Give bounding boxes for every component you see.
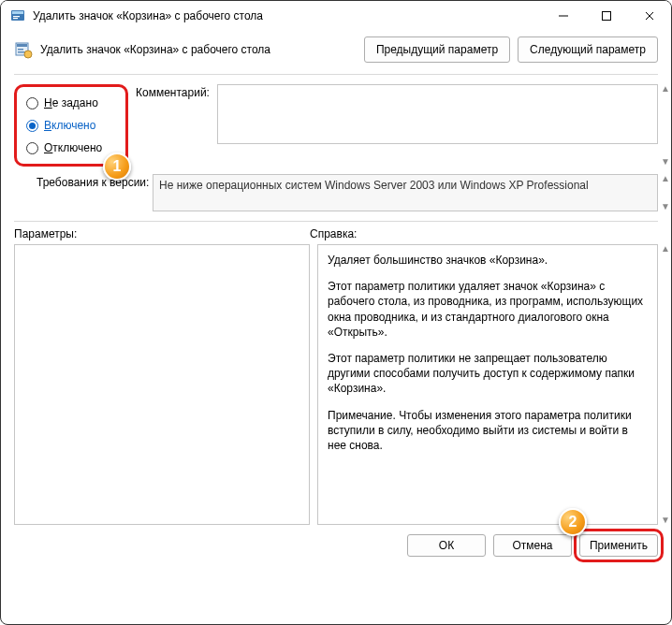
- help-text: Примечание. Чтобы изменения этого параме…: [328, 408, 648, 454]
- svg-point-10: [24, 51, 32, 58]
- comment-label: Комментарий:: [136, 84, 210, 167]
- divider: [14, 221, 658, 222]
- help-label: Справка:: [310, 225, 658, 240]
- scroll-down-icon: ▼: [660, 516, 671, 525]
- scroll-up-icon: ▲: [660, 84, 671, 94]
- svg-rect-7: [17, 44, 27, 47]
- window-title: Удалить значок «Корзина» с рабочего стол…: [33, 9, 542, 22]
- minimize-button[interactable]: [542, 1, 585, 31]
- radio-enabled[interactable]: Включено: [26, 119, 110, 132]
- previous-setting-button[interactable]: Предыдущий параметр: [364, 36, 510, 63]
- supported-on-box: Не ниже операционных систем Windows Serv…: [153, 174, 658, 211]
- svg-rect-1: [12, 11, 23, 14]
- window-controls: [542, 1, 671, 31]
- dialog-footer: ОК Отмена Применить 2: [1, 525, 671, 568]
- radio-not-configured[interactable]: Не задано: [26, 96, 110, 109]
- svg-rect-8: [18, 49, 23, 51]
- app-icon: [10, 8, 25, 23]
- svg-rect-2: [13, 16, 20, 17]
- radio-icon: [26, 142, 38, 154]
- maximize-button[interactable]: [585, 1, 628, 31]
- svg-rect-9: [18, 51, 25, 53]
- cancel-button[interactable]: Отмена: [493, 534, 572, 557]
- comment-textarea[interactable]: [217, 84, 658, 144]
- help-text: Этот параметр политики удаляет значок «К…: [328, 279, 648, 340]
- radio-icon: [26, 97, 38, 109]
- scroll-down-icon: ▼: [660, 157, 671, 167]
- svg-rect-3: [13, 18, 18, 19]
- apply-button[interactable]: Применить: [579, 534, 658, 557]
- svg-rect-5: [603, 12, 611, 21]
- scroll-down-icon: ▼: [660, 202, 671, 211]
- header-row: Удалить значок «Корзина» с рабочего стол…: [14, 36, 658, 75]
- next-setting-button[interactable]: Следующий параметр: [518, 36, 658, 63]
- svg-rect-4: [559, 16, 568, 17]
- help-pane: Удаляет большинство значков «Корзина». Э…: [317, 244, 658, 525]
- radio-label: Отключено: [44, 141, 102, 154]
- radio-label: Включено: [44, 119, 95, 132]
- radio-disabled[interactable]: Отключено: [26, 141, 110, 154]
- radio-icon: [26, 120, 38, 132]
- policy-title: Удалить значок «Корзина» с рабочего стол…: [40, 43, 270, 56]
- titlebar: Удалить значок «Корзина» с рабочего стол…: [1, 1, 671, 31]
- scroll-up-icon: ▲: [660, 244, 671, 254]
- radio-label: Не задано: [44, 96, 98, 109]
- annotation-badge-1: 1: [103, 153, 131, 181]
- help-scrollbar[interactable]: ▲ ▼: [660, 244, 671, 525]
- annotation-badge-2: 2: [559, 508, 587, 536]
- supported-scrollbar[interactable]: ▲ ▼: [660, 174, 671, 211]
- help-text: Удаляет большинство значков «Корзина».: [328, 253, 648, 268]
- close-button[interactable]: [628, 1, 671, 31]
- state-group: Не задано Включено Отключено 1: [14, 84, 128, 167]
- options-label: Параметры:: [14, 225, 310, 240]
- ok-button[interactable]: ОК: [407, 534, 486, 557]
- options-pane: [14, 244, 310, 525]
- comment-scrollbar[interactable]: ▲ ▼: [660, 84, 671, 167]
- scroll-up-icon: ▲: [660, 174, 671, 183]
- policy-icon: [14, 40, 33, 59]
- help-text: Этот параметр политики не запрещает поль…: [328, 351, 648, 397]
